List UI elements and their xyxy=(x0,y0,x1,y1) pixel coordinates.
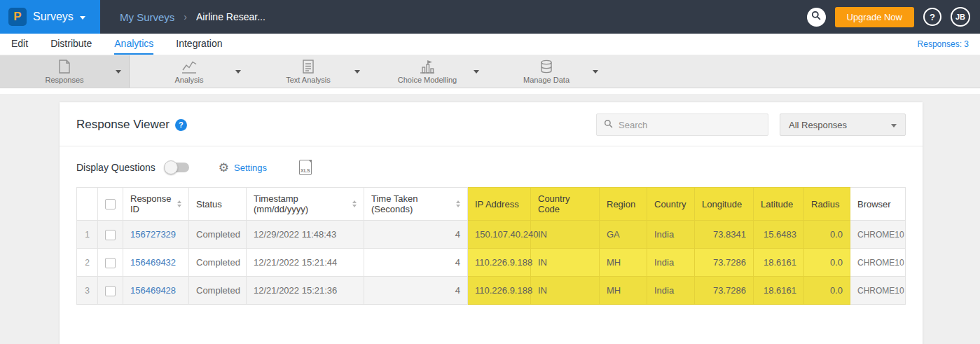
survey-menu-bar: Edit Distribute Analytics Integration Re… xyxy=(0,34,980,55)
card-header: Response Viewer ? All Responses xyxy=(60,102,923,146)
column-label: Country xyxy=(654,199,686,209)
chevron-down-icon xyxy=(891,124,897,128)
analysis-icon xyxy=(181,60,197,74)
gear-icon[interactable]: ⚙ xyxy=(219,162,229,174)
column-label: Time Taken (Seconds) xyxy=(371,193,451,214)
toolbar-tab-manage-data[interactable]: Manage Data xyxy=(487,55,606,88)
table-header-row: Response ID Status Timestamp (mm/dd/yyyy… xyxy=(77,188,906,221)
cell-response-id[interactable]: 156469428 xyxy=(123,277,189,305)
response-filter-dropdown[interactable]: All Responses xyxy=(780,113,906,136)
column-label: IP Address xyxy=(475,199,519,209)
chevron-down-icon xyxy=(80,16,85,20)
breadcrumb-current-survey: Airline Resear... xyxy=(196,11,265,22)
settings-link[interactable]: Settings xyxy=(234,163,267,173)
avatar[interactable]: JB xyxy=(951,7,970,27)
toolbar-tab-label: Responses xyxy=(45,76,83,84)
upgrade-now-button[interactable]: Upgrade Now xyxy=(835,7,915,27)
responses-count-badge[interactable]: Responses: 3 xyxy=(918,39,969,49)
column-header-browser[interactable]: Browser xyxy=(850,188,906,221)
row-checkbox[interactable] xyxy=(105,258,116,268)
header-row-number-cell xyxy=(77,188,98,221)
column-header-country[interactable]: Country xyxy=(647,188,695,221)
cell-time-taken: 4 xyxy=(364,277,468,305)
toolbar-tab-text-analysis[interactable]: Text Analysis xyxy=(249,55,368,88)
sort-icon[interactable] xyxy=(456,200,460,207)
toolbar-tab-label: Manage Data xyxy=(523,76,570,84)
choice-modelling-dropdown-caret[interactable] xyxy=(474,70,479,74)
cell-country: India xyxy=(647,277,695,305)
breadcrumb: My Surveys › Airline Resear... xyxy=(120,11,265,23)
tab-edit[interactable]: Edit xyxy=(11,34,28,55)
response-search-box xyxy=(596,113,768,136)
cell-timestamp: 12/29/2022 11:48:43 xyxy=(247,221,364,249)
help-button[interactable]: ? xyxy=(923,8,941,26)
cell-browser: CHROME10 xyxy=(850,221,906,249)
toolbar-tab-analysis[interactable]: Analysis xyxy=(130,55,249,88)
column-header-ip-address[interactable]: IP Address xyxy=(468,188,531,221)
column-label: Status xyxy=(196,199,222,209)
toolbar-tab-label: Analysis xyxy=(175,76,204,84)
cell-timestamp: 12/21/2022 15:21:44 xyxy=(247,249,364,277)
toolbar-tab-label: Choice Modelling xyxy=(398,76,457,84)
cell-time-taken: 4 xyxy=(364,221,468,249)
column-header-status[interactable]: Status xyxy=(189,188,247,221)
title-help-icon[interactable]: ? xyxy=(175,119,187,131)
cell-country: India xyxy=(647,249,695,277)
text-analysis-dropdown-caret[interactable] xyxy=(354,70,360,74)
xls-export-icon[interactable]: XLS xyxy=(299,160,312,175)
cell-radius: 0.0 xyxy=(804,249,850,277)
cell-longitude: 73.8341 xyxy=(695,221,754,249)
column-label: Radius xyxy=(811,199,839,209)
column-header-radius[interactable]: Radius xyxy=(804,188,850,221)
tab-integration[interactable]: Integration xyxy=(176,34,222,55)
column-header-time-taken[interactable]: Time Taken (Seconds) xyxy=(364,188,468,221)
cell-region: MH xyxy=(600,277,647,305)
choice-modelling-icon xyxy=(420,60,435,74)
sort-icon[interactable] xyxy=(177,200,181,207)
top-bar: P Surveys My Surveys › Airline Resear...… xyxy=(0,0,980,34)
toolbar-tab-choice-modelling[interactable]: Choice Modelling xyxy=(368,55,487,88)
column-label: Browser xyxy=(857,199,891,209)
column-header-response-id[interactable]: Response ID xyxy=(123,188,189,221)
row-checkbox[interactable] xyxy=(105,286,116,296)
cell-latitude: 18.6161 xyxy=(754,249,804,277)
row-checkbox-cell xyxy=(98,277,123,305)
cell-country: India xyxy=(647,221,695,249)
cell-timestamp: 12/21/2022 15:21:36 xyxy=(247,277,364,305)
responses-dropdown-caret[interactable] xyxy=(116,70,121,74)
cell-country-code: IN xyxy=(531,221,600,249)
table-row: 3 156469428 Completed 12/21/2022 15:21:3… xyxy=(77,277,906,305)
display-questions-toggle[interactable] xyxy=(165,163,189,172)
column-header-timestamp[interactable]: Timestamp (mm/dd/yyyy) xyxy=(247,188,364,221)
sort-icon[interactable] xyxy=(352,200,357,207)
column-label: Timestamp (mm/dd/yyyy) xyxy=(254,193,347,214)
select-all-checkbox[interactable] xyxy=(105,199,116,209)
search-icon xyxy=(811,11,821,23)
product-name: Surveys xyxy=(33,11,74,23)
display-questions-label: Display Questions xyxy=(76,162,156,173)
product-switcher[interactable]: P Surveys xyxy=(0,0,100,34)
header-checkbox-cell xyxy=(98,188,123,221)
column-header-region[interactable]: Region xyxy=(600,188,647,221)
cell-response-id[interactable]: 156727329 xyxy=(123,221,189,249)
cell-longitude: 73.7286 xyxy=(695,249,754,277)
column-header-latitude[interactable]: Latitude xyxy=(754,188,804,221)
row-checkbox[interactable] xyxy=(105,230,116,240)
toolbar-tab-responses[interactable]: Responses xyxy=(0,55,130,88)
cell-latitude: 18.6161 xyxy=(754,277,804,305)
xls-label: XLS xyxy=(301,168,310,173)
breadcrumb-my-surveys[interactable]: My Surveys xyxy=(120,11,174,23)
cell-country-code: IN xyxy=(531,249,600,277)
column-header-country-code[interactable]: Country Code xyxy=(531,188,600,221)
tab-distribute[interactable]: Distribute xyxy=(50,34,92,55)
global-search-button[interactable] xyxy=(807,8,826,27)
cell-response-id[interactable]: 156469432 xyxy=(123,249,189,277)
tab-analytics[interactable]: Analytics xyxy=(114,34,153,55)
analysis-dropdown-caret[interactable] xyxy=(235,70,241,74)
xls-fold-corner xyxy=(308,160,312,163)
cell-region: GA xyxy=(600,221,647,249)
column-header-longitude[interactable]: Longitude xyxy=(695,188,754,221)
cell-country-code: IN xyxy=(531,277,600,305)
search-input[interactable] xyxy=(619,120,761,130)
manage-data-dropdown-caret[interactable] xyxy=(593,70,598,74)
